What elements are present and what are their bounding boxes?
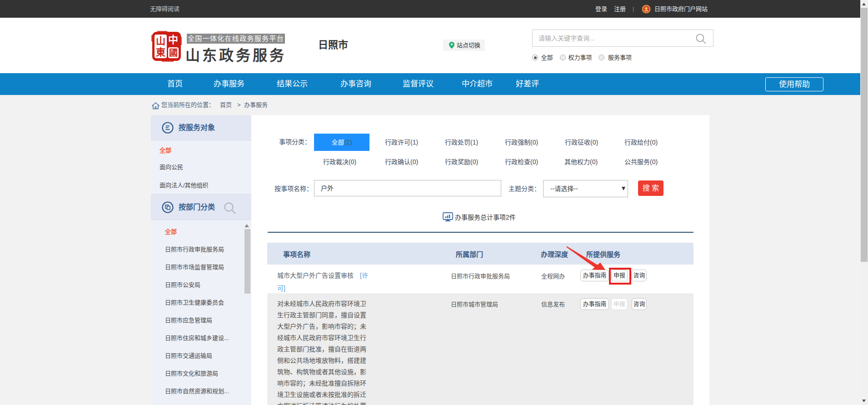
svg-text:東: 東 (156, 47, 165, 57)
svg-text:中: 中 (168, 34, 178, 45)
svg-text:山: 山 (156, 35, 165, 46)
svg-text:國: 國 (169, 48, 178, 58)
